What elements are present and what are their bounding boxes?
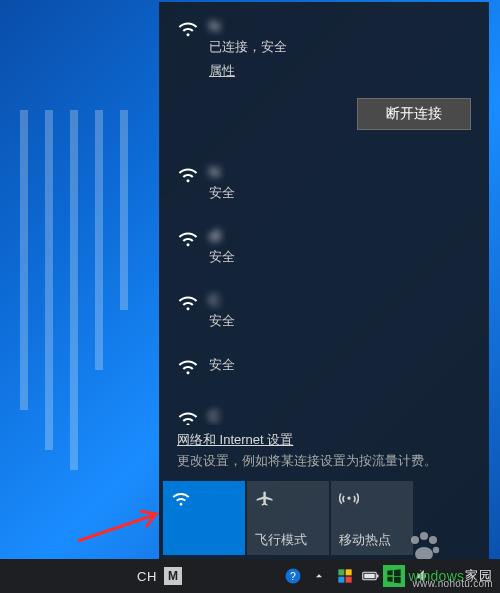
network-status: 已连接，安全 — [209, 38, 471, 56]
network-item[interactable]: N 安全 — [159, 152, 489, 216]
network-settings-area: 网络和 Internet 设置 更改设置，例如将某连接设置为按流量计费。 — [159, 425, 489, 478]
svg-line-0 — [78, 515, 154, 541]
svg-point-2 — [420, 532, 428, 540]
svg-rect-13 — [364, 574, 375, 579]
annotation-arrow — [74, 505, 164, 545]
wifi-icon — [177, 162, 209, 190]
network-ssid: N — [209, 162, 471, 182]
help-tray-icon[interactable]: ? — [280, 559, 306, 593]
wifi-icon — [177, 16, 209, 44]
network-item[interactable]: C 安全 — [159, 280, 489, 344]
network-status: 安全 — [209, 312, 471, 330]
security-tray-icon[interactable] — [332, 559, 358, 593]
network-flyout: N 已连接，安全 属性 断开连接 N 安全 dl 安全 — [159, 2, 489, 559]
network-item[interactable]: 安全 — [159, 344, 489, 396]
svg-point-4 — [433, 547, 439, 553]
network-list: N 已连接，安全 属性 断开连接 N 安全 dl 安全 — [159, 2, 489, 425]
airplane-tile[interactable]: 飞行模式 — [247, 481, 329, 555]
svg-point-3 — [429, 536, 437, 544]
wifi-icon — [171, 489, 191, 512]
network-status: 安全 — [209, 356, 471, 374]
network-item[interactable]: C — [159, 396, 489, 425]
network-status: 安全 — [209, 184, 471, 202]
airplane-icon — [255, 489, 275, 512]
svg-rect-8 — [338, 569, 344, 575]
network-ssid: N — [209, 16, 471, 36]
network-ssid: dl — [209, 226, 471, 246]
windows-flag-icon — [383, 565, 405, 587]
network-properties-link[interactable]: 属性 — [209, 62, 471, 80]
network-settings-desc: 更改设置，例如将某连接设置为按流量计费。 — [177, 453, 471, 470]
watermark-site: www.nohotu.com — [413, 578, 493, 589]
source-watermark: windows 家园 www.nohotu.com — [383, 565, 492, 587]
svg-rect-10 — [338, 577, 344, 583]
svg-rect-9 — [346, 569, 352, 575]
hotspot-icon — [339, 489, 359, 512]
battery-tray-icon[interactable] — [358, 559, 384, 593]
wifi-icon — [177, 226, 209, 254]
ime-language-indicator[interactable]: CH — [134, 559, 160, 593]
svg-rect-11 — [346, 577, 352, 583]
hotspot-tile[interactable]: 移动热点 — [331, 481, 413, 555]
wifi-icon — [177, 406, 209, 425]
wifi-icon — [177, 290, 209, 318]
network-settings-link[interactable]: 网络和 Internet 设置 — [177, 431, 293, 449]
ime-mode-indicator[interactable]: M — [160, 559, 186, 593]
network-item-connected[interactable]: N 已连接，安全 属性 — [159, 6, 489, 94]
hotspot-tile-label: 移动热点 — [339, 532, 391, 549]
svg-point-1 — [411, 536, 419, 544]
network-ssid: C — [209, 290, 471, 310]
airplane-tile-label: 飞行模式 — [255, 532, 307, 549]
svg-text:?: ? — [290, 570, 296, 582]
tray-overflow-chevron-icon[interactable] — [306, 559, 332, 593]
wifi-tile[interactable] — [163, 481, 245, 555]
network-ssid: C — [209, 406, 471, 425]
svg-rect-14 — [377, 575, 379, 578]
ime-mode-icon: M — [164, 567, 182, 585]
wifi-icon — [177, 354, 209, 382]
network-item[interactable]: dl 安全 — [159, 216, 489, 280]
network-status: 安全 — [209, 248, 471, 266]
disconnect-button[interactable]: 断开连接 — [357, 98, 471, 130]
